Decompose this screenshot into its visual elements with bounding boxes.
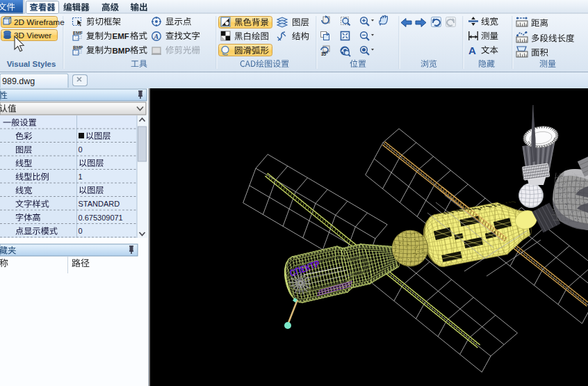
- svg-text:35°: 35°: [321, 51, 328, 56]
- svg-text:STANDARD: STANDARD: [79, 200, 120, 208]
- svg-text:BMP: BMP: [113, 47, 131, 55]
- svg-text:0: 0: [79, 145, 83, 154]
- svg-text:0: 0: [79, 227, 83, 235]
- svg-text:989.dwg: 989.dwg: [2, 77, 35, 86]
- svg-text:0.675309071: 0.675309071: [79, 214, 123, 222]
- svg-text:2D Wireframe: 2D Wireframe: [14, 17, 65, 27]
- svg-text:A: A: [468, 45, 476, 56]
- svg-text:A: A: [153, 33, 158, 40]
- svg-text:Visual Styles: Visual Styles: [7, 60, 56, 68]
- svg-text:1: 1: [79, 172, 83, 181]
- svg-text:3D Viewer: 3D Viewer: [14, 31, 51, 40]
- svg-text:BMP: BMP: [73, 45, 83, 50]
- svg-text:EMF: EMF: [113, 32, 129, 40]
